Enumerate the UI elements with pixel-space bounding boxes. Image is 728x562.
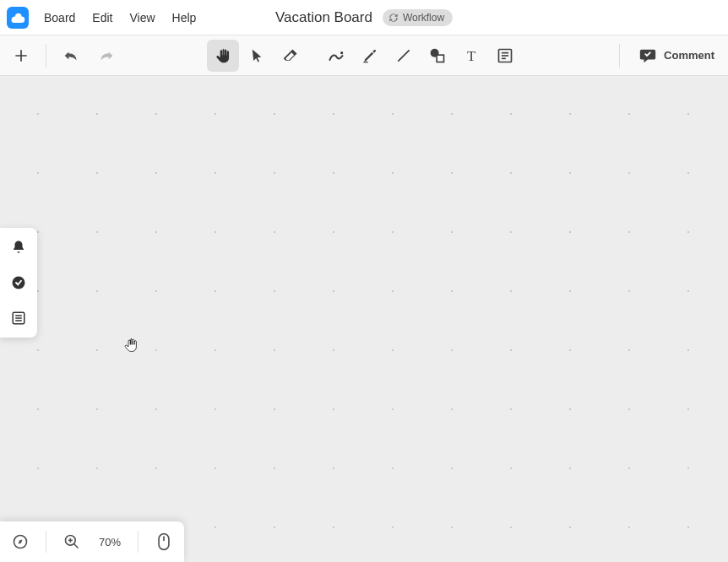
bottom-bar: 70% [0,521,184,562]
bell-icon [11,240,26,255]
text-tool[interactable]: T [455,40,487,72]
zoom-level[interactable]: 70% [94,536,126,548]
pen-icon [328,47,345,64]
note-tool[interactable] [489,40,521,72]
undo-button[interactable] [55,40,87,72]
mouse-icon [156,532,171,551]
shape-icon [429,47,446,64]
text-icon: T [463,47,480,64]
list-button[interactable] [9,309,28,327]
app-logo[interactable] [7,7,29,29]
hand-tool[interactable] [207,40,239,72]
zoom-in-button[interactable] [58,528,85,555]
svg-text:T: T [467,47,475,63]
separator [46,531,46,553]
line-icon [395,47,412,64]
redo-icon [97,46,116,65]
shape-tool[interactable] [421,40,454,72]
logo-icon [10,11,25,24]
line-tool[interactable] [388,40,420,72]
eraser-tool[interactable] [274,40,307,72]
compass-icon [12,533,29,550]
highlighter-icon [361,47,378,64]
zoom-in-icon [63,533,80,550]
separator [138,531,139,553]
pointer-tool[interactable] [241,40,273,72]
comment-button[interactable]: Comment [630,41,723,70]
refresh-icon [388,12,399,24]
redo-button[interactable] [90,40,122,72]
note-icon [497,47,513,64]
menu-help[interactable]: Help [166,8,204,28]
separator [46,44,46,68]
list-icon [11,311,26,326]
svg-line-1 [398,50,409,61]
menu-bar: Board Edit View Help Vacation Board Work… [0,0,728,35]
menu-board[interactable]: Board [37,8,82,28]
pointer-icon [249,48,264,63]
menu-view[interactable]: View [122,8,161,28]
pen-tool[interactable] [320,40,352,72]
add-button[interactable] [5,40,37,72]
menu-edit[interactable]: Edit [85,8,119,28]
svg-line-16 [74,544,79,548]
hand-icon [215,47,231,64]
canvas[interactable] [0,76,728,562]
highlighter-tool[interactable] [354,40,386,72]
title-area: Vacation Board Workflow [275,9,453,26]
cursor-indicator [123,338,139,353]
comment-icon [638,46,657,65]
comment-label: Comment [664,49,714,62]
undo-icon [62,46,80,65]
workflow-label: Workflow [403,12,444,24]
notifications-button[interactable] [9,238,28,257]
toolbar: T Comment [0,35,728,76]
side-panel [0,228,37,338]
workflow-button[interactable]: Workflow [383,9,453,26]
svg-rect-3 [437,55,443,62]
check-circle-icon [11,275,26,290]
svg-point-0 [340,51,343,54]
navigator-button[interactable] [7,528,34,555]
separator [619,44,620,68]
board-title[interactable]: Vacation Board [275,9,372,26]
tasks-button[interactable] [9,273,28,292]
mouse-mode-button[interactable] [150,528,177,555]
eraser-icon [282,47,299,64]
plus-icon [13,47,30,64]
